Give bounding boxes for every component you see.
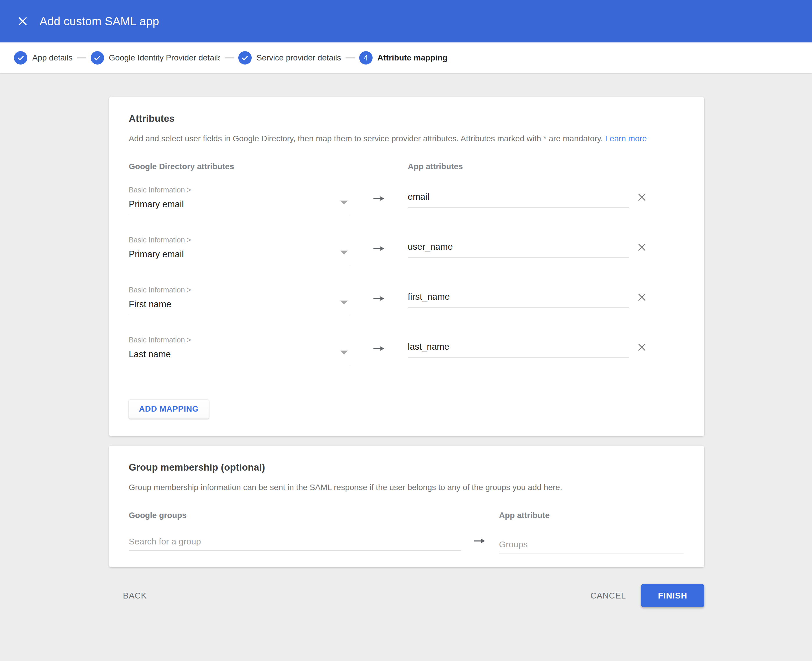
maps-to-arrow-icon [461,536,499,554]
step-complete-check-icon [238,51,252,64]
app-attribute-input[interactable] [408,190,629,208]
step-connector [346,57,355,58]
dropdown-arrow-icon [340,300,348,305]
app-attribute-input[interactable] [408,240,629,257]
group-membership-card: Group membership (optional) Group member… [109,446,704,567]
directory-attribute-value: Last name [129,349,171,359]
cancel-button[interactable]: CANCEL [590,591,626,600]
directory-attribute-value: Primary email [129,199,183,209]
mapping-row: Basic Information > Primary email [129,235,685,266]
stepper: App details Google Identity Provider det… [0,42,812,73]
add-mapping-button[interactable]: ADD MAPPING [129,399,209,418]
step-connector [77,57,86,58]
attributes-card-description: Add and select user fields in Google Dir… [129,134,685,143]
step-label: Attribute mapping [378,53,448,62]
directory-attribute-cell: Basic Information > Primary email [129,185,350,216]
app-attribute-input[interactable] [408,290,629,308]
app-attribute-cell [408,286,629,316]
step-attribute-mapping[interactable]: 4 Attribute mapping [359,51,448,64]
group-column-headers: Google groups App attribute [129,511,685,520]
mapping-column-headers: Google Directory attributes App attribut… [129,162,685,171]
google-directory-attributes-header: Google Directory attributes [129,162,350,171]
remove-mapping-icon[interactable] [637,293,646,302]
step-label: App details [32,53,73,62]
maps-to-arrow-icon [350,235,408,266]
group-membership-title: Group membership (optional) [129,462,685,473]
finish-button[interactable]: FINISH [641,584,704,607]
step-label: Google Identity Provider details [109,53,220,62]
remove-mapping-icon[interactable] [637,243,646,252]
mapping-row: Basic Information > Last name [129,335,685,366]
group-search-input[interactable] [129,536,461,551]
app-attribute-header: App attribute [499,511,684,520]
back-button[interactable]: BACK [123,591,147,600]
dialog-title: Add custom SAML app [40,15,159,28]
step-service-provider-details[interactable]: Service provider details [238,51,341,64]
google-groups-cell [129,536,461,554]
remove-cell [629,185,685,216]
step-connector [225,57,234,58]
learn-more-link[interactable]: Learn more [605,134,647,143]
app-attribute-cell [408,235,629,266]
remove-cell [629,235,685,266]
mapping-row: Basic Information > First name [129,286,685,316]
step-google-idp-details[interactable]: Google Identity Provider details [91,51,220,64]
app-attribute-cell [408,335,629,366]
dropdown-arrow-icon [340,251,348,255]
directory-attribute-select[interactable]: Last name [129,346,350,366]
remove-cell [629,335,685,366]
remove-mapping-icon[interactable] [637,343,646,352]
app-attribute-cell [408,185,629,216]
maps-to-arrow-icon [350,185,408,216]
google-groups-header: Google groups [129,511,461,520]
directory-attribute-category: Basic Information > [129,185,350,194]
directory-attribute-cell: Basic Information > Last name [129,335,350,366]
directory-attribute-category: Basic Information > [129,335,350,344]
directory-attribute-select[interactable]: First name [129,297,350,316]
directory-attribute-select[interactable]: Primary email [129,196,350,216]
step-app-details[interactable]: App details [14,51,73,64]
close-icon[interactable] [16,15,29,28]
app-attributes-header: App attributes [408,162,629,171]
directory-attribute-category: Basic Information > [129,286,350,294]
groups-attribute-input[interactable] [499,539,684,554]
step-complete-check-icon [91,51,104,64]
remove-cell [629,286,685,316]
directory-attribute-cell: Basic Information > First name [129,286,350,316]
app-attribute-input[interactable] [408,340,629,358]
attributes-card: Attributes Add and select user fields in… [109,97,704,436]
directory-attribute-category: Basic Information > [129,235,350,244]
step-number-badge: 4 [359,51,373,64]
step-label: Service provider details [257,53,341,62]
dialog-header: Add custom SAML app [0,0,812,42]
directory-attribute-cell: Basic Information > Primary email [129,235,350,266]
footer-actions: BACK CANCEL FINISH [109,584,704,607]
dropdown-arrow-icon [340,351,348,354]
directory-attribute-select[interactable]: Primary email [129,246,350,266]
group-membership-description: Group membership information can be sent… [129,483,685,492]
remove-mapping-icon[interactable] [637,193,646,202]
maps-to-arrow-icon [350,335,408,366]
maps-to-arrow-icon [350,286,408,316]
attributes-card-title: Attributes [129,113,685,124]
mapping-row: Basic Information > Primary email [129,185,685,216]
attributes-description-text: Add and select user fields in Google Dir… [129,134,603,143]
app-attribute-cell [499,536,684,554]
step-complete-check-icon [14,51,27,64]
group-mapping-row [129,536,685,554]
directory-attribute-value: First name [129,299,171,309]
dropdown-arrow-icon [340,201,348,204]
directory-attribute-value: Primary email [129,249,183,259]
